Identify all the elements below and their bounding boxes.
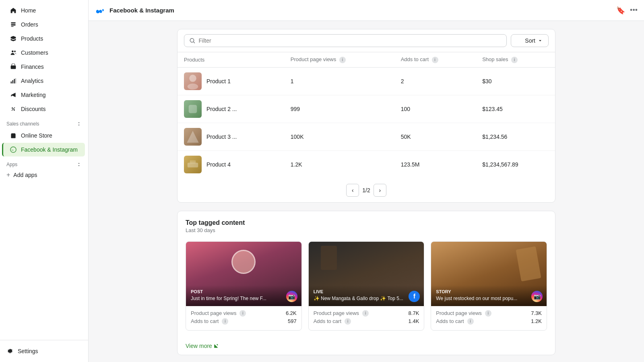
shop-sales-cell-3: $1,234.56 (476, 123, 555, 150)
stat-adds-to-cart-3: Adds to cart i 1.2K (436, 318, 542, 325)
card-page-views-info-2[interactable]: i (362, 310, 369, 317)
svg-rect-1 (11, 24, 15, 25)
svg-point-11 (14, 109, 15, 111)
sidebar-item-products-label: Products (21, 35, 43, 42)
adds-to-cart-value-2: 1.4K (409, 318, 419, 324)
stat-page-views-2: Product page views i 8.7K (314, 310, 419, 317)
svg-text:∞: ∞ (12, 148, 14, 151)
page-views-label-3: Product page views i (436, 310, 491, 317)
next-page-button[interactable]: › (374, 184, 386, 197)
svg-rect-5 (11, 66, 16, 69)
top-tagged-content-card: Top tagged content Last 30 days POST Jus… (177, 211, 555, 355)
sidebar-item-orders[interactable]: Orders (3, 18, 85, 31)
sidebar-footer: Settings (0, 340, 88, 362)
svg-point-10 (12, 107, 13, 109)
sidebar-item-home[interactable]: Home (3, 4, 85, 17)
col-page-views: Product page views i (284, 52, 394, 67)
external-link-icon (214, 343, 219, 348)
meta-logo (95, 5, 106, 16)
content-caption-2: ✨ New Mangata & Gallo drop ✨ Top 5... (314, 296, 419, 302)
settings-item[interactable]: Settings (6, 345, 82, 357)
content-image-3: STORY We just restocked on our most popu… (431, 242, 547, 306)
content-cards-grid: POST Just in time for Spring! The new F.… (178, 235, 555, 337)
card-adds-to-cart-info-2[interactable]: i (345, 318, 351, 325)
product-thumb-3 (184, 128, 202, 146)
svg-rect-0 (11, 22, 15, 23)
chevron-down-icon (538, 38, 543, 43)
content-image-2: LIVE ✨ New Mangata & Gallo drop ✨ Top 5.… (309, 242, 424, 306)
sidebar-item-discounts[interactable]: Discounts (3, 102, 85, 116)
content-caption-3: We just restocked on our most popu... (436, 296, 542, 302)
product-cell-2: Product 2 ... (184, 100, 278, 118)
online-store-icon (10, 132, 17, 139)
filter-input-wrapper (184, 34, 507, 47)
content-card-2: LIVE ✨ New Mangata & Gallo drop ✨ Top 5.… (308, 241, 425, 331)
instagram-icon: 📷 (531, 291, 543, 302)
sidebar-item-analytics[interactable]: Analytics (3, 74, 85, 88)
top-tagged-header: Top tagged content Last 30 days (178, 211, 555, 235)
product-name-3: Product 3 ... (206, 134, 237, 140)
product-name-1: Product 1 (206, 78, 231, 84)
product-name-2: Product 2 ... (206, 106, 237, 112)
adds-to-cart-cell-4: 123.5M (394, 150, 476, 178)
svg-rect-8 (14, 79, 15, 83)
sidebar-item-facebook-instagram[interactable]: ∞ Facebook & Instagram (2, 143, 85, 156)
page-views-cell-2: 999 (284, 95, 394, 123)
svg-point-15 (190, 39, 194, 42)
adds-to-cart-label-1: Adds to cart i (191, 318, 228, 325)
top-tagged-subtitle: Last 30 days (186, 227, 547, 233)
view-more-link[interactable]: View more (186, 343, 219, 349)
bookmark-icon[interactable]: 🔖 (616, 6, 625, 15)
shop-sales-cell-4: $1,234,567.89 (476, 150, 555, 178)
sidebar-item-marketing[interactable]: Marketing (3, 88, 85, 102)
card-page-views-info-3[interactable]: i (485, 310, 491, 317)
analytics-icon (10, 77, 17, 84)
sort-icon (517, 38, 522, 43)
page-views-label-1: Product page views i (191, 310, 246, 317)
add-apps-item[interactable]: + Add apps (0, 169, 88, 181)
view-more-section: View more (178, 337, 555, 355)
product-thumb-img-2 (184, 100, 202, 118)
product-thumb-img-3 (184, 128, 202, 146)
card-adds-to-cart-info-1[interactable]: i (222, 318, 228, 325)
adds-to-cart-info-icon[interactable]: i (432, 57, 438, 63)
sidebar-item-home-label: Home (21, 7, 36, 14)
discounts-icon (10, 105, 17, 113)
product-cell-3: Product 3 ... (184, 128, 278, 146)
card-page-views-info-1[interactable]: i (239, 310, 246, 317)
sidebar-item-online-store[interactable]: Online Store (3, 129, 85, 142)
sidebar-item-facebook-instagram-label: Facebook & Instagram (21, 146, 78, 153)
content-stats-3: Product page views i 7.3K Adds to cart i… (431, 306, 547, 330)
prev-page-button[interactable]: ‹ (346, 184, 359, 197)
sort-button[interactable]: Sort (511, 34, 549, 47)
products-table-card: Sort Products Product page views i (177, 29, 555, 203)
product-thumb-img-4 (184, 156, 202, 173)
table-row: Product 4 1.2K 123.5M $1,234,567.89 (178, 150, 555, 178)
svg-marker-20 (187, 131, 198, 142)
sidebar-item-products[interactable]: Products (3, 32, 85, 45)
product-thumb-2 (184, 100, 202, 118)
product-thumb-img-1 (184, 72, 202, 90)
filter-text-input[interactable] (199, 37, 502, 44)
topbar-title: Facebook & Instagram (109, 7, 174, 14)
stat-adds-to-cart-1: Adds to cart i 597 (191, 318, 297, 325)
sidebar-item-customers[interactable]: Customers (3, 46, 85, 60)
adds-to-cart-label-3: Adds to cart i (436, 318, 473, 325)
table-header: Products Product page views i Adds to ca… (178, 52, 555, 67)
adds-to-cart-value-3: 1.2K (531, 318, 542, 324)
table-row: Product 1 1 2 $30 (178, 67, 555, 95)
sidebar-item-finances[interactable]: Finances (3, 60, 85, 74)
apps-section-label: Apps (0, 157, 88, 169)
more-icon[interactable]: ••• (630, 6, 638, 14)
content-overlay-2: LIVE ✨ New Mangata & Gallo drop ✨ Top 5.… (309, 285, 424, 306)
filter-row: Sort (178, 29, 555, 52)
content-stats-2: Product page views i 8.7K Adds to cart i… (309, 306, 424, 330)
card-adds-to-cart-info-3[interactable]: i (467, 318, 474, 325)
product-name-4: Product 4 (206, 161, 231, 168)
page-content: Sort Products Product page views i (169, 21, 564, 362)
svg-point-4 (14, 51, 16, 52)
shop-sales-info-icon[interactable]: i (511, 57, 518, 63)
settings-label: Settings (18, 348, 38, 354)
sales-channels-section: Sales channels (0, 116, 88, 128)
page-views-info-icon[interactable]: i (339, 57, 346, 63)
